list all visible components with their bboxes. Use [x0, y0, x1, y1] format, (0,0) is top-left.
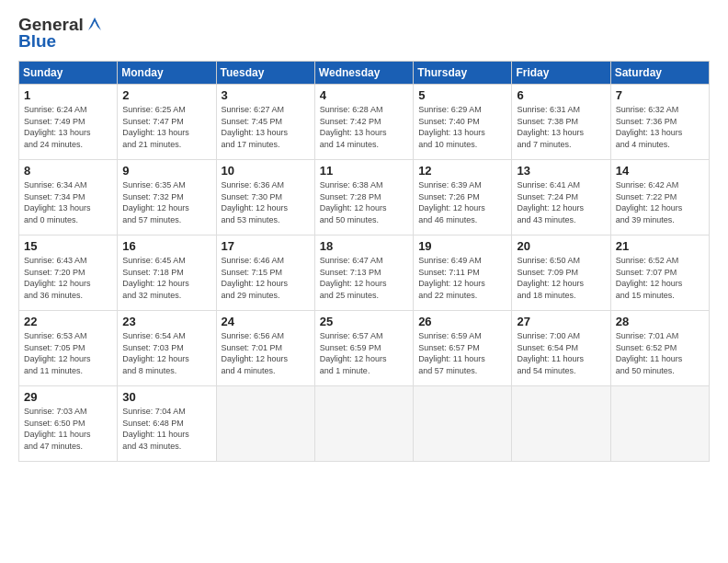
calendar-header-row: SundayMondayTuesdayWednesdayThursdayFrid… [19, 62, 710, 85]
day-number: 18 [320, 239, 408, 253]
column-header-sunday: Sunday [19, 62, 118, 85]
day-detail: Sunrise: 6:35 AMSunset: 7:32 PMDaylight:… [122, 179, 210, 225]
day-detail: Sunrise: 6:41 AMSunset: 7:24 PMDaylight:… [517, 179, 605, 225]
day-number: 30 [122, 390, 210, 404]
day-detail: Sunrise: 6:38 AMSunset: 7:28 PMDaylight:… [320, 179, 408, 225]
day-detail: Sunrise: 6:53 AMSunset: 7:05 PMDaylight:… [24, 330, 112, 376]
calendar-cell: 30Sunrise: 7:04 AMSunset: 6:48 PMDayligh… [118, 386, 216, 462]
day-number: 9 [122, 164, 210, 178]
calendar-body: 1Sunrise: 6:24 AMSunset: 7:49 PMDaylight… [19, 85, 710, 462]
calendar-cell: 26Sunrise: 6:59 AMSunset: 6:57 PMDayligh… [414, 311, 512, 386]
calendar-cell: 11Sunrise: 6:38 AMSunset: 7:28 PMDayligh… [314, 160, 413, 236]
day-detail: Sunrise: 6:46 AMSunset: 7:15 PMDaylight:… [222, 255, 310, 301]
calendar-cell: 24Sunrise: 6:56 AMSunset: 7:01 PMDayligh… [216, 311, 314, 386]
day-detail: Sunrise: 6:36 AMSunset: 7:30 PMDaylight:… [222, 179, 310, 225]
svg-marker-0 [88, 17, 101, 30]
calendar-cell [610, 386, 709, 462]
calendar-cell: 1Sunrise: 6:24 AMSunset: 7:49 PMDaylight… [19, 85, 118, 160]
calendar-cell: 5Sunrise: 6:29 AMSunset: 7:40 PMDaylight… [414, 85, 512, 160]
day-detail: Sunrise: 6:31 AMSunset: 7:38 PMDaylight:… [517, 104, 605, 150]
day-number: 8 [24, 164, 112, 178]
calendar-cell: 27Sunrise: 7:00 AMSunset: 6:54 PMDayligh… [512, 311, 610, 386]
page: General Blue SundayMondayTuesdayWednesda… [0, 0, 728, 563]
day-number: 28 [616, 315, 704, 328]
calendar-cell: 4Sunrise: 6:28 AMSunset: 7:42 PMDaylight… [314, 85, 413, 160]
calendar-cell [414, 386, 512, 462]
column-header-monday: Monday [118, 62, 216, 85]
day-number: 13 [517, 164, 605, 178]
day-number: 20 [517, 239, 605, 253]
day-detail: Sunrise: 6:43 AMSunset: 7:20 PMDaylight:… [24, 255, 112, 301]
day-number: 23 [122, 315, 210, 328]
day-detail: Sunrise: 6:25 AMSunset: 7:47 PMDaylight:… [122, 104, 210, 150]
calendar-cell: 14Sunrise: 6:42 AMSunset: 7:22 PMDayligh… [610, 160, 709, 236]
calendar-cell [216, 386, 314, 462]
day-detail: Sunrise: 7:04 AMSunset: 6:48 PMDaylight:… [122, 406, 210, 452]
day-number: 4 [320, 88, 408, 102]
day-number: 22 [24, 315, 112, 328]
day-detail: Sunrise: 6:57 AMSunset: 6:59 PMDaylight:… [320, 330, 408, 376]
day-detail: Sunrise: 6:34 AMSunset: 7:34 PMDaylight:… [24, 179, 112, 225]
day-number: 27 [517, 315, 605, 328]
day-number: 1 [24, 88, 112, 102]
day-number: 5 [418, 88, 506, 102]
day-detail: Sunrise: 6:52 AMSunset: 7:07 PMDaylight:… [616, 255, 704, 301]
day-number: 25 [320, 315, 408, 328]
calendar-week-4: 22Sunrise: 6:53 AMSunset: 7:05 PMDayligh… [19, 311, 710, 386]
day-number: 15 [24, 239, 112, 253]
day-detail: Sunrise: 6:28 AMSunset: 7:42 PMDaylight:… [320, 104, 408, 150]
day-number: 10 [222, 164, 310, 178]
calendar-cell: 25Sunrise: 6:57 AMSunset: 6:59 PMDayligh… [314, 311, 413, 386]
day-number: 24 [222, 315, 310, 328]
calendar-cell: 3Sunrise: 6:27 AMSunset: 7:45 PMDaylight… [216, 85, 314, 160]
day-detail: Sunrise: 6:42 AMSunset: 7:22 PMDaylight:… [616, 179, 704, 225]
calendar-cell: 29Sunrise: 7:03 AMSunset: 6:50 PMDayligh… [19, 386, 118, 462]
day-detail: Sunrise: 6:24 AMSunset: 7:49 PMDaylight:… [24, 104, 112, 150]
calendar-cell: 17Sunrise: 6:46 AMSunset: 7:15 PMDayligh… [216, 236, 314, 311]
day-detail: Sunrise: 6:56 AMSunset: 7:01 PMDaylight:… [222, 330, 310, 376]
calendar-cell: 15Sunrise: 6:43 AMSunset: 7:20 PMDayligh… [19, 236, 118, 311]
day-number: 17 [222, 239, 310, 253]
calendar-cell: 23Sunrise: 6:54 AMSunset: 7:03 PMDayligh… [118, 311, 216, 386]
day-number: 2 [122, 88, 210, 102]
day-number: 7 [616, 88, 704, 102]
day-detail: Sunrise: 7:01 AMSunset: 6:52 PMDaylight:… [616, 330, 704, 376]
day-number: 12 [418, 164, 506, 178]
day-number: 11 [320, 164, 408, 178]
day-detail: Sunrise: 6:39 AMSunset: 7:26 PMDaylight:… [418, 179, 506, 225]
day-detail: Sunrise: 7:03 AMSunset: 6:50 PMDaylight:… [24, 406, 112, 452]
calendar-cell: 21Sunrise: 6:52 AMSunset: 7:07 PMDayligh… [610, 236, 709, 311]
day-detail: Sunrise: 6:49 AMSunset: 7:11 PMDaylight:… [418, 255, 506, 301]
calendar-cell: 13Sunrise: 6:41 AMSunset: 7:24 PMDayligh… [512, 160, 610, 236]
column-header-tuesday: Tuesday [216, 62, 314, 85]
day-number: 26 [418, 315, 506, 328]
calendar-week-3: 15Sunrise: 6:43 AMSunset: 7:20 PMDayligh… [19, 236, 710, 311]
calendar-cell: 9Sunrise: 6:35 AMSunset: 7:32 PMDaylight… [118, 160, 216, 236]
column-header-saturday: Saturday [610, 62, 709, 85]
day-detail: Sunrise: 6:32 AMSunset: 7:36 PMDaylight:… [616, 104, 704, 150]
day-number: 14 [616, 164, 704, 178]
day-detail: Sunrise: 6:50 AMSunset: 7:09 PMDaylight:… [517, 255, 605, 301]
day-number: 29 [24, 390, 112, 404]
calendar-cell: 18Sunrise: 6:47 AMSunset: 7:13 PMDayligh… [314, 236, 413, 311]
column-header-friday: Friday [512, 62, 610, 85]
day-detail: Sunrise: 6:27 AMSunset: 7:45 PMDaylight:… [222, 104, 310, 150]
day-detail: Sunrise: 6:45 AMSunset: 7:18 PMDaylight:… [122, 255, 210, 301]
calendar-cell [512, 386, 610, 462]
logo: General Blue [18, 15, 105, 52]
calendar-cell [314, 386, 413, 462]
day-number: 3 [222, 88, 310, 102]
calendar-cell: 2Sunrise: 6:25 AMSunset: 7:47 PMDaylight… [118, 85, 216, 160]
header: General Blue [18, 15, 710, 52]
day-detail: Sunrise: 6:59 AMSunset: 6:57 PMDaylight:… [418, 330, 506, 376]
calendar-cell: 7Sunrise: 6:32 AMSunset: 7:36 PMDaylight… [610, 85, 709, 160]
logo-icon [85, 14, 105, 34]
column-header-thursday: Thursday [414, 62, 512, 85]
day-detail: Sunrise: 6:54 AMSunset: 7:03 PMDaylight:… [122, 330, 210, 376]
day-detail: Sunrise: 7:00 AMSunset: 6:54 PMDaylight:… [517, 330, 605, 376]
calendar-cell: 12Sunrise: 6:39 AMSunset: 7:26 PMDayligh… [414, 160, 512, 236]
calendar-cell: 16Sunrise: 6:45 AMSunset: 7:18 PMDayligh… [118, 236, 216, 311]
calendar-cell: 20Sunrise: 6:50 AMSunset: 7:09 PMDayligh… [512, 236, 610, 311]
day-detail: Sunrise: 6:29 AMSunset: 7:40 PMDaylight:… [418, 104, 506, 150]
calendar-cell: 10Sunrise: 6:36 AMSunset: 7:30 PMDayligh… [216, 160, 314, 236]
